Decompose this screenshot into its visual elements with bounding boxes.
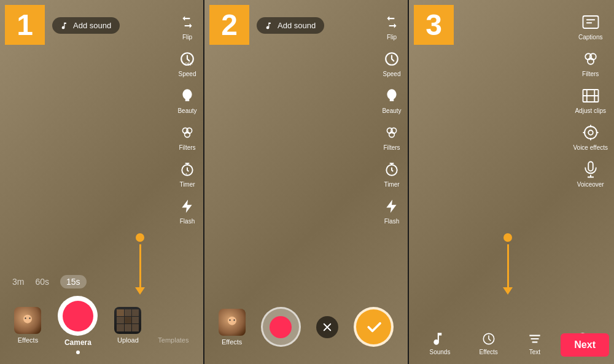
filters-button-2[interactable]: Filters <box>382 123 402 151</box>
effects-action[interactable]: Effects <box>14 307 41 344</box>
time-3m[interactable]: 3m <box>12 277 24 287</box>
time-60s[interactable]: 60s <box>35 277 49 287</box>
p3-right-sidebar: Captions Filters Adjust clips <box>573 12 608 188</box>
time-selector: 3m 60s 15s <box>0 275 203 288</box>
templates-label: Templates <box>158 336 188 344</box>
filters-button-1[interactable]: Filters <box>177 123 197 151</box>
effects-tab-label: Effects <box>479 349 497 355</box>
voiceover-label: Voiceover <box>577 181 604 188</box>
bottom-actions-1: Effects Camera Upload <box>0 296 203 364</box>
upload-action[interactable]: Upload <box>114 307 141 344</box>
flash-button-1[interactable]: Flash <box>177 196 197 225</box>
camera-label: Camera <box>64 338 91 347</box>
voice-effects-label: Voice effects <box>573 144 608 151</box>
flash-label-2: Flash <box>384 218 399 225</box>
filters-label-2: Filters <box>383 144 400 151</box>
step-number-2: 2 <box>209 5 249 45</box>
svg-point-16 <box>229 319 230 320</box>
tab-sounds[interactable]: Sounds <box>430 331 451 355</box>
svg-point-15 <box>228 316 236 325</box>
panel-2: 2 Add sound Flip Speed <box>204 0 409 364</box>
p2-controls: Effects <box>204 307 408 347</box>
svg-point-24 <box>588 130 593 135</box>
speed-label-1: Speed <box>179 71 196 77</box>
upload-label: Upload <box>117 336 139 344</box>
timer-label-2: Timer <box>384 181 399 188</box>
text-tab-label: Text <box>529 349 540 355</box>
flip-button-1[interactable]: Flip <box>177 12 197 41</box>
adjust-clips-button[interactable]: Adjust clips <box>573 86 608 114</box>
timer-button-2[interactable]: Timer <box>382 160 402 188</box>
arrow-indicator-3 <box>503 233 513 295</box>
camera-dot <box>76 350 80 354</box>
beauty-button-1[interactable]: Beauty <box>177 86 197 114</box>
tab-text[interactable]: Text <box>527 331 543 355</box>
svg-rect-25 <box>588 162 593 171</box>
svg-text:OFF: OFF <box>185 62 193 66</box>
effects-label-2: Effects <box>222 338 242 346</box>
svg-point-23 <box>585 126 597 139</box>
voice-effects-button[interactable]: Voice effects <box>573 123 608 151</box>
right-toolbar-2: Flip Speed Beauty <box>382 12 402 225</box>
next-button[interactable]: Next <box>561 333 609 357</box>
speed-button-2[interactable]: Speed <box>382 49 402 77</box>
voiceover-button[interactable]: Voiceover <box>573 160 608 188</box>
beauty-button-2[interactable]: Beauty <box>382 86 402 114</box>
bottom-bar-1: 3m 60s 15s Effects <box>0 275 203 364</box>
svg-text:3: 3 <box>185 172 187 176</box>
record-button[interactable] <box>58 296 98 336</box>
step-number-1: 1 <box>5 5 45 45</box>
flash-button-2[interactable]: Flash <box>382 196 402 225</box>
effects-label: Effects <box>18 336 38 344</box>
p3-filters-button[interactable]: Filters <box>573 49 608 77</box>
right-toolbar-1: Flip OFF Speed Beauty <box>177 12 197 225</box>
confirm-button-2[interactable] <box>354 307 394 347</box>
record-button-2[interactable] <box>261 307 301 347</box>
speed-button-1[interactable]: OFF Speed <box>177 49 197 77</box>
flip-button-2[interactable]: Flip <box>382 12 402 41</box>
flip-label-1: Flip <box>182 34 192 41</box>
record-inner <box>63 301 93 331</box>
add-sound-button-2[interactable]: Add sound <box>257 17 324 34</box>
timer-label-1: Timer <box>179 181 195 188</box>
time-15s[interactable]: 15s <box>60 275 87 288</box>
beauty-label-2: Beauty <box>382 107 401 114</box>
upload-button[interactable] <box>114 307 141 334</box>
add-sound-button-1[interactable]: Add sound <box>52 17 120 34</box>
upload-grid <box>117 309 139 331</box>
p3-filters-label: Filters <box>582 71 599 77</box>
templates-icon <box>160 307 187 334</box>
timer-button-1[interactable]: 3 Timer <box>177 160 197 188</box>
captions-button[interactable]: Captions <box>573 12 608 41</box>
effects-action-2[interactable]: Effects <box>219 309 246 346</box>
svg-rect-18 <box>583 16 598 28</box>
svg-point-8 <box>25 317 26 319</box>
captions-label: Captions <box>578 34 602 41</box>
svg-point-7 <box>23 314 32 323</box>
tab-effects[interactable]: Effects <box>479 331 497 355</box>
record-inner-2 <box>270 316 292 338</box>
panel-3: 3 Captions Filters <box>409 0 614 364</box>
panel-1: 1 Add sound Flip OFF Spee <box>0 0 204 364</box>
beauty-label-1: Beauty <box>177 107 196 114</box>
svg-point-9 <box>29 317 31 319</box>
templates-action[interactable]: Templates <box>158 307 188 344</box>
speed-label-2: Speed <box>383 71 401 77</box>
filters-label-1: Filters <box>179 144 195 151</box>
close-button-2[interactable] <box>316 316 338 338</box>
camera-action[interactable]: Camera <box>58 296 98 354</box>
sounds-tab-label: Sounds <box>430 349 451 355</box>
flash-label-1: Flash <box>180 218 195 225</box>
svg-point-17 <box>233 319 235 320</box>
flip-label-2: Flip <box>387 34 397 41</box>
adjust-clips-label: Adjust clips <box>575 107 606 114</box>
step-number-3: 3 <box>414 5 454 45</box>
